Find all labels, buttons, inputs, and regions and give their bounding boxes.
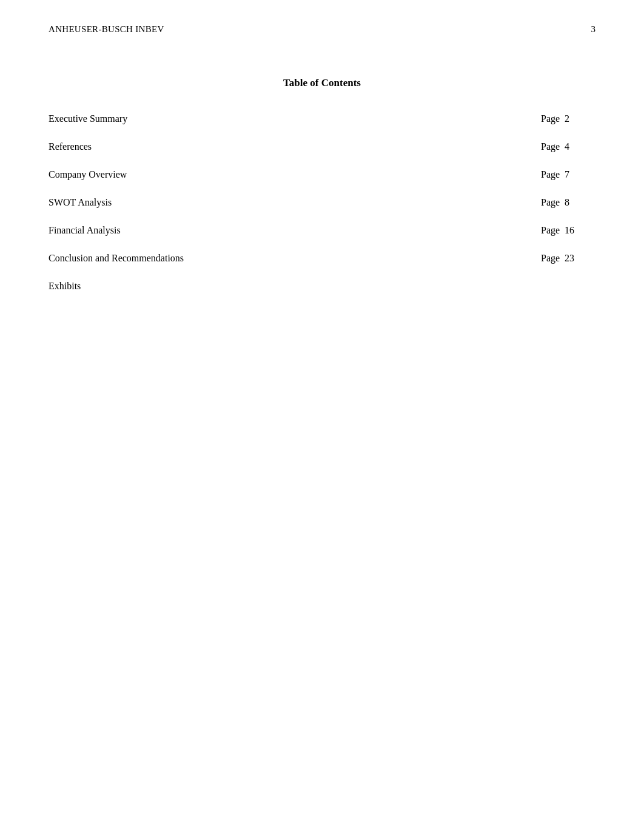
toc-page-number: 7 xyxy=(565,169,577,180)
toc-item-label: Executive Summary xyxy=(49,113,127,124)
toc-page-label: Page xyxy=(541,225,560,236)
toc-page-label: Page xyxy=(541,253,560,264)
toc-item: Conclusion and RecommendationsPage23 xyxy=(49,253,595,264)
toc-item-label: Company Overview xyxy=(49,169,127,180)
toc-item-label: Conclusion and Recommendations xyxy=(49,253,184,264)
toc-item: Financial AnalysisPage16 xyxy=(49,225,595,236)
toc-page-number: 8 xyxy=(565,197,577,208)
toc-item-page: Page23 xyxy=(541,253,595,264)
toc-page-number: 16 xyxy=(565,225,577,236)
toc-page-label: Page xyxy=(541,141,560,152)
toc-item: SWOT AnalysisPage8 xyxy=(49,197,595,208)
toc-item-label: References xyxy=(49,141,92,152)
toc-item-page: Page2 xyxy=(541,113,595,124)
toc-item-page: Page4 xyxy=(541,141,595,152)
toc-item-page: Page16 xyxy=(541,225,595,236)
toc-page-number: 4 xyxy=(565,141,577,152)
toc-item: ReferencesPage4 xyxy=(49,141,595,152)
page-number: 3 xyxy=(591,24,596,35)
toc-page-number: 2 xyxy=(565,113,577,124)
toc-item-label: Exhibits xyxy=(49,281,81,292)
toc-page-label: Page xyxy=(541,169,560,180)
toc-item: Company OverviewPage7 xyxy=(49,169,595,180)
toc-item-page: Page8 xyxy=(541,197,595,208)
toc-item-label: SWOT Analysis xyxy=(49,197,112,208)
toc-page-label: Page xyxy=(541,197,560,208)
toc-item: Exhibits xyxy=(49,281,595,292)
page-header: ANHEUSER-BUSCH INBEV 3 xyxy=(49,24,595,41)
toc-item-page: Page7 xyxy=(541,169,595,180)
company-name: ANHEUSER-BUSCH INBEV xyxy=(49,24,164,35)
toc-item: Executive SummaryPage2 xyxy=(49,113,595,124)
toc-item-label: Financial Analysis xyxy=(49,225,121,236)
page: ANHEUSER-BUSCH INBEV 3 Table of Contents… xyxy=(0,0,644,835)
toc-heading: Table of Contents xyxy=(49,77,595,89)
toc-page-number: 23 xyxy=(565,253,577,264)
toc-page-label: Page xyxy=(541,113,560,124)
toc-list: Executive SummaryPage2ReferencesPage4Com… xyxy=(49,113,595,292)
